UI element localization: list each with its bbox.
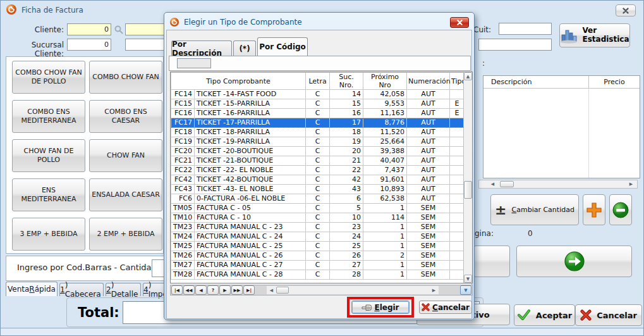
product-button[interactable]: ENSALADA CAESAR [89, 178, 162, 211]
tab-por-codigo[interactable]: Por Código [257, 37, 308, 56]
partial-button[interactable] [473, 246, 510, 277]
table-row[interactable]: FC17TICKET -17-PARRILLAC178,776AUT [171, 118, 465, 128]
tab-cabecera[interactable]: 1) Cabecera [59, 283, 104, 296]
navigator-button[interactable]: ▶▶ [231, 285, 243, 295]
red-x-icon [580, 309, 592, 321]
table-row[interactable]: TM25FACTURA MANUAL C - 25C251SEM [171, 242, 465, 251]
header-numeracion: Numeración [407, 73, 450, 90]
header-letra: Letra [306, 73, 330, 90]
product-button[interactable]: 3 EMP + BEBIDA [12, 218, 85, 251]
cambiar-cantidad-label: Cambiar Cantidad [512, 206, 574, 214]
detalle-table: Descripción Precio [483, 75, 640, 178]
comprobante-table-body: FC14TICKET -14-FAST FOODC1442,058AUTFC15… [171, 90, 465, 280]
table-row[interactable]: FC18TICKET -18-PARRILLAC1811,520AUT [171, 128, 465, 137]
table-row[interactable]: TM23FACTURA MANUAL C - 23C231SEM [171, 223, 465, 232]
sucursal-label: Sucursal Cliente: [1, 40, 64, 58]
navigator-button[interactable]: |◀ [171, 285, 183, 295]
scroll-left-icon[interactable]: ◀ [267, 286, 276, 294]
cuit-input[interactable] [499, 23, 552, 35]
product-button[interactable]: COMBO CHOW FAN [89, 61, 162, 94]
cliente-input[interactable] [67, 23, 111, 35]
table-row[interactable]: FC60-FACTURA -06-EL NOBLEC662,538AUT [171, 194, 465, 204]
tab-asterisco[interactable]: (*) [233, 40, 256, 56]
product-button[interactable]: 2 EMP + BEBIDA [89, 218, 162, 251]
codigo-search-input[interactable] [177, 58, 211, 68]
remove-quantity-button[interactable] [609, 194, 632, 225]
scroll-thumb[interactable] [500, 181, 514, 187]
cancelar-button[interactable]: Cancelar [575, 304, 642, 326]
grid-vscrollbar[interactable]: ▲ ▼ [463, 72, 472, 283]
sucursal-input[interactable] [67, 39, 111, 51]
barcode-label: Ingreso por Cod.Barras - Cantidad: [17, 263, 159, 272]
dialog-cancelar-label: Cancelar [432, 303, 470, 312]
tab-detalle[interactable]: 2) Detalle [106, 283, 141, 296]
table-row[interactable]: TM28FACTURA MANUAL C - 28C281SEM [171, 270, 465, 280]
product-button[interactable]: COMBO CHOW FAN DE POLLO [12, 61, 85, 94]
minus-circle-icon [612, 201, 629, 219]
table-row[interactable]: TM10FACTURA C - 10C10114SEM [171, 213, 465, 223]
cuit-secondary-input[interactable] [478, 39, 552, 51]
main-window: Ficha de Factura Cliente: Sucursal Clien… [0, 0, 644, 336]
add-quantity-button[interactable] [583, 194, 605, 225]
tab-por-descripcion[interactable]: Por Descripción [171, 40, 232, 56]
table-row[interactable]: FC21TICKET -21-BOUTIQUEC2140,407AUT [171, 156, 465, 166]
tab-venta-rapida[interactable]: Venta Rápida [6, 282, 58, 296]
detalle-hscrollbar[interactable]: ◀ ▶ [478, 180, 638, 189]
plus-icon [585, 201, 603, 219]
navigator-button[interactable]: ▶| [243, 285, 255, 295]
grid-corner-dropdown-icon[interactable]: ▼ [460, 285, 471, 295]
dialog-cancelar-button[interactable]: Cancelar [419, 301, 472, 314]
navigator-button[interactable]: ◀◀ [183, 285, 195, 295]
scroll-left-icon[interactable]: ◀ [489, 181, 497, 187]
table-row[interactable]: FC16TICKET -16-PARRILLAC1611,163AUTE [171, 109, 465, 118]
pagina-value: 0 [528, 229, 533, 238]
scroll-down-icon[interactable]: ▼ [464, 275, 472, 283]
table-row[interactable]: FC19TICKET -19-PARRILLAC1925,664AUT [171, 137, 465, 147]
elegir-button[interactable]: Elegir [351, 301, 410, 314]
right-panel-partial-label: : [482, 59, 485, 68]
search-icon[interactable] [114, 25, 124, 35]
product-button[interactable]: COMBO ENS MEDITERRANEA [12, 100, 85, 133]
green-arrow-icon [563, 250, 586, 273]
table-row[interactable]: FC42TICKET -42-BOUTIQUEC4291,601AUT [171, 175, 465, 185]
grid-hscrollbar[interactable]: ◀ ▶ [267, 286, 439, 294]
ver-estadistica-button[interactable]: Ver Estadistica [559, 23, 630, 47]
vscroll-thumb[interactable] [464, 181, 472, 199]
product-button-grid: COMBO CHOW FAN DE POLLOCOMBO CHOW FANCOM… [12, 61, 162, 251]
table-row[interactable]: FC14TICKET -14-FAST FOODC1442,058AUT [171, 90, 465, 99]
aceptar-label: Aceptar [536, 311, 572, 320]
scroll-up-icon[interactable]: ▲ [464, 72, 472, 80]
product-button[interactable]: CHOW FAN [89, 139, 162, 172]
grid-navigator: |◀◀◀◀?▶▶▶▶| [171, 285, 255, 295]
next-page-button[interactable] [516, 246, 632, 277]
scroll-right-icon[interactable]: ▶ [430, 286, 438, 294]
ver-estadistica-line2: Estadistica [582, 35, 629, 44]
table-row[interactable]: TM05FACTURA C - 05C51SEM [171, 204, 465, 213]
dialog-close-button[interactable] [450, 17, 469, 28]
product-button[interactable]: CHOW FAN DE POLLO [12, 139, 85, 172]
table-row[interactable]: TM26FACTURA MANUAL C - 26C262SEM [171, 251, 465, 261]
table-row[interactable]: FC15TICKET -15-PARRILLAC159,553AUTE [171, 99, 465, 109]
window-close-button[interactable] [616, 4, 636, 16]
bar-chart-icon [560, 27, 578, 44]
cuit-label: Cuit: [473, 25, 491, 34]
dialog-titlebar[interactable]: Elegir un Tipo de Comprobante [166, 15, 472, 30]
navigator-button[interactable]: ◀ [195, 285, 207, 295]
table-row[interactable]: FC22TICKET -22- EL NOBLEC227,437AUT [171, 166, 465, 175]
navigator-button[interactable]: ? [207, 285, 219, 295]
scroll-right-icon[interactable]: ▶ [627, 181, 635, 187]
navigator-button[interactable]: ▶ [219, 285, 231, 295]
cambiar-cantidad-button[interactable]: ± Cambiar Cantidad [490, 194, 579, 225]
table-row[interactable]: FC20TICKET -20-BOUTIQUEC2039,388AUT [171, 147, 465, 156]
grid-footer: |◀◀◀◀?▶▶▶▶| ◀ ▶ ▼ [170, 285, 473, 296]
table-row[interactable]: TM24FACTURA MANUAL C - 24C241SEM [171, 232, 465, 242]
hscroll-thumb[interactable] [276, 287, 289, 294]
col-precio: Precio [589, 76, 640, 88]
table-row[interactable]: TM27FACTURA MANUAL C - 27C271SEM [171, 261, 465, 270]
aceptar-button[interactable]: Aceptar [514, 304, 575, 326]
comprobante-grid: Tipo Comprobante Letra Suc. Nro. Próximo… [170, 72, 473, 283]
product-button[interactable]: COMBO ENS CAESAR [89, 100, 162, 133]
product-button[interactable]: ENS MEDITERRANEA [12, 178, 85, 211]
table-row[interactable]: FC43TICKET -43- EL NOBLEC4310,893AUT [171, 185, 465, 194]
table-header-row: Tipo Comprobante Letra Suc. Nro. Próximo… [171, 73, 465, 90]
